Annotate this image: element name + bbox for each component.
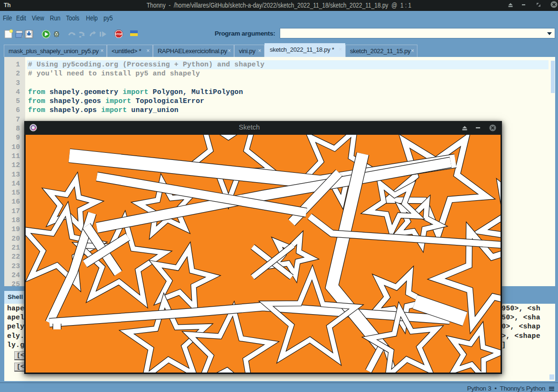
svg-text:STOP: STOP: [115, 33, 122, 36]
